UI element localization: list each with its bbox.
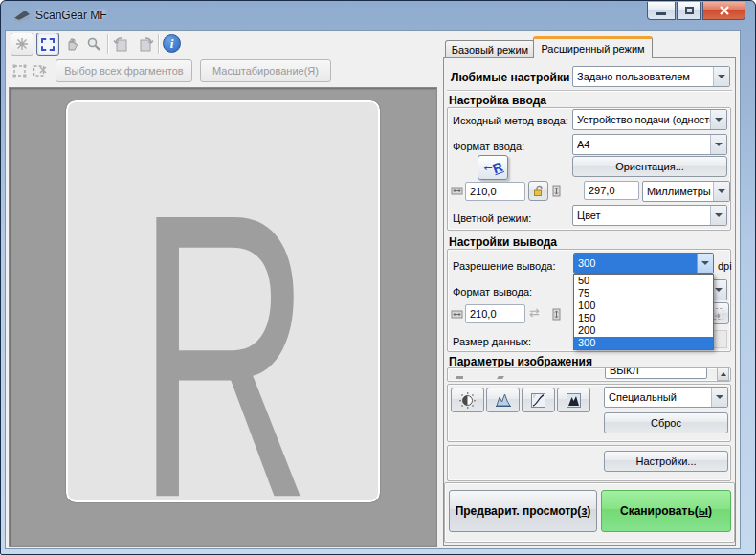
titlebar[interactable]: ScanGear MF [1,1,756,30]
info-icon: i [170,36,174,52]
height-icon [550,185,563,197]
tone-curve-button[interactable] [522,388,555,412]
separator [447,90,732,92]
rotate-right-button[interactable] [135,33,156,55]
width-icon [451,308,463,321]
chevron-down-icon[interactable] [713,67,729,86]
favorites-value: Задано пользователем [573,71,713,82]
preview-canvas[interactable]: R [9,87,437,547]
color-mode-select[interactable]: Цвет [572,205,727,226]
crop-frame-button[interactable] [11,62,28,79]
close-button[interactable] [702,2,745,20]
chevron-down-icon[interactable] [697,254,713,273]
orientation-preview-icon: ← R [478,155,508,180]
output-width-field[interactable] [465,304,525,323]
minimize-button[interactable] [647,2,676,20]
window-title: ScanGear MF [35,9,107,22]
tab-basic-mode[interactable]: Базовый режим [445,40,535,58]
resolution-option[interactable]: 100 [574,300,713,312]
favorites-label: Любимые настройки [451,71,569,84]
reset-button[interactable]: Сброс [604,412,728,433]
input-method-select[interactable]: Устройство подачи (односто [572,109,727,130]
auto-crop-button[interactable] [11,33,33,56]
input-width-field[interactable] [465,182,525,201]
resolution-value: 300 [574,254,697,273]
preview-button[interactable]: Предварит. просмотр(з) [449,490,597,532]
select-all-crops-button[interactable]: Выбор всех фрагментов [56,59,192,82]
swap-dimensions-icon[interactable]: ⇄ [529,305,540,320]
chevron-down-icon[interactable] [710,110,726,129]
output-section-title: Настройки вывода [449,235,557,249]
zoom-button[interactable]: Масштабирование(Я) [200,59,331,82]
minimize-icon [656,12,666,15]
units-select[interactable]: Миллиметры [642,181,730,202]
tab-advanced-mode[interactable]: Расширенный режим [533,36,653,58]
color-mode-value: Цвет [573,210,710,221]
maximize-button[interactable] [677,2,701,20]
marquee-icon [41,38,55,51]
input-method-label: Исходный метод ввода: [453,115,568,126]
scangear-window: ScanGear MF [0,0,756,555]
resolution-option[interactable]: 50 [574,275,713,287]
settings-button[interactable]: Настройки... [604,451,728,472]
scan-button-label: Сканировать(ы) [620,504,712,518]
rotate-left-button[interactable] [111,33,132,55]
preset-value: Специальный [605,391,711,403]
chevron-down-icon[interactable] [711,388,727,407]
scan-button[interactable]: Сканировать(ы) [601,490,731,532]
lock-open-icon [532,185,545,197]
toolbar-separator [158,34,159,54]
clipped-dropdown-value: ВЫКЛ [606,367,706,376]
resolution-combo[interactable]: 300 [573,253,714,274]
chevron-down-icon[interactable] [713,182,729,201]
favorites-select[interactable]: Задано пользователем [572,66,730,87]
hand-icon [65,37,79,52]
rotate-right-icon [137,36,154,52]
input-method-value: Устройство подачи (односто [573,114,710,125]
histogram-button[interactable] [486,388,520,412]
info-button[interactable]: i [163,34,181,53]
reset-button-label: Сброс [651,417,681,429]
tone-curve-icon [530,392,546,409]
preset-select[interactable]: Специальный [604,387,728,408]
resolution-option[interactable]: 150 [574,312,713,324]
input-format-label: Формат ввода: [453,141,524,152]
scroll-up-icon [721,372,726,376]
zoom-tool-button[interactable] [83,33,104,55]
input-height-field[interactable] [584,181,639,200]
rotate-left-icon [113,36,130,52]
tab-advanced-label: Расширенный режим [541,43,644,55]
units-value: Миллиметры [643,186,713,197]
svg-text:R: R [138,195,310,501]
crop-frame-icon [12,64,27,78]
clipped-label-fragment [456,376,463,379]
maximize-icon [685,7,694,14]
orientation-button[interactable]: Ориентация... [572,156,727,177]
final-review-icon [566,392,582,409]
resolution-option[interactable]: 200 [574,324,713,337]
crop-marquee-button[interactable] [36,33,59,56]
brightness-contrast-button[interactable] [451,388,484,412]
delete-crop-button[interactable] [31,62,48,79]
select-all-crops-label: Выбор всех фрагментов [64,65,183,77]
tab-basic-label: Базовый режим [452,44,528,56]
clipped-dropdown[interactable]: ВЫКЛ [605,367,707,379]
hand-tool-button[interactable] [61,33,82,55]
chevron-down-icon[interactable] [710,206,726,225]
zoom-button-label: Масштабирование(Я) [212,65,319,77]
delete-crop-icon [33,64,47,78]
chevron-down-icon[interactable] [710,135,726,154]
height-icon [550,308,563,321]
data-size-label: Размер данных: [453,336,531,347]
resolution-option[interactable]: 75 [574,287,713,300]
dpi-label: dpi [718,260,732,272]
resolution-label: Разрешение вывода: [453,260,556,272]
final-review-button[interactable] [557,388,590,412]
resolution-option-selected[interactable]: 300 [574,337,713,349]
image-params-clipped-row: ВЫКЛ [447,367,731,382]
preview-button-label: Предварит. просмотр(з) [456,504,591,518]
close-icon [720,6,729,15]
scrollbar-up-button[interactable] [717,367,729,381]
input-format-select[interactable]: A4 [572,134,727,155]
lock-ratio-button[interactable] [528,181,548,201]
